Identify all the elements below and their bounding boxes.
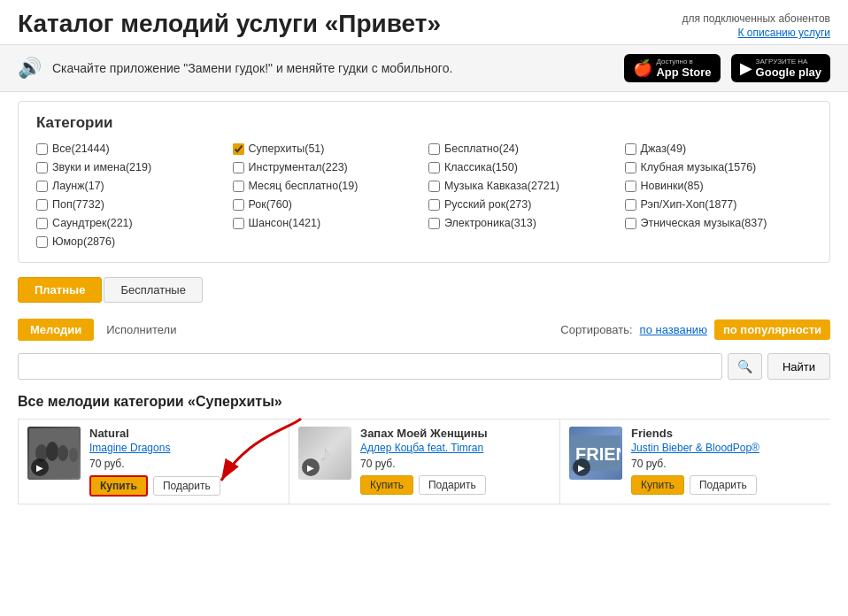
song-card-zapah: ♪ ▶ Запах Моей Женщины Адлер Коцба feat.…: [289, 419, 559, 504]
search-input[interactable]: [18, 353, 722, 380]
appstore-badge[interactable]: 🍎 Доступно в App Store: [624, 54, 720, 82]
banner-text: Скачайте приложение "Замени гудок!" и ме…: [52, 61, 613, 75]
svg-point-2: [46, 442, 58, 461]
category-item-soundtrack[interactable]: Саундтрек(221): [36, 215, 224, 231]
category-label-rock: Рок(760): [249, 198, 292, 211]
category-checkbox-rap[interactable]: [625, 199, 636, 211]
play-button-zapah[interactable]: ▶: [302, 458, 320, 476]
categories-section: Категории Все(21444) Суперхиты(51) Беспл…: [18, 101, 830, 263]
category-checkbox-all[interactable]: [36, 143, 48, 155]
buy-button-zapah[interactable]: Купить: [360, 475, 413, 495]
category-label-caucasus: Музыка Кавказа(2721): [444, 180, 559, 192]
sort-by-name-button[interactable]: по названию: [640, 323, 707, 336]
song-thumbnail-friends: FRIENDS ▶: [569, 427, 622, 480]
categories-title: Категории: [36, 114, 812, 132]
category-checkbox-caucasus[interactable]: [428, 181, 440, 192]
song-card-friends: FRIENDS ▶ Friends Justin Bieber & BloodP…: [559, 419, 830, 504]
category-checkbox-electronic[interactable]: [428, 218, 440, 229]
category-label-ethnic: Этническая музыка(837): [641, 217, 767, 229]
search-button[interactable]: Найти: [767, 353, 830, 380]
category-item-lounge[interactable]: Лаунж(17): [36, 178, 224, 194]
song-price-natural: 70 руб.: [89, 458, 280, 470]
svg-point-3: [58, 445, 68, 461]
sort-section: Мелодии Исполнители Сортировать: по назв…: [0, 312, 848, 348]
song-title-friends: Friends: [631, 427, 821, 440]
category-item-monthfree[interactable]: Месяц бесплатно(19): [233, 178, 420, 194]
category-checkbox-monthfree[interactable]: [233, 181, 244, 192]
sort-controls: Сортировать: по названию по популярности: [560, 320, 830, 340]
category-label-chanson: Шансон(1421): [249, 217, 321, 229]
category-label-monthfree: Месяц бесплатно(19): [249, 180, 358, 192]
category-item-pop[interactable]: Поп(7732): [36, 196, 224, 212]
category-checkbox-rusrock[interactable]: [428, 199, 440, 211]
gift-button-natural[interactable]: Подарить: [153, 476, 220, 496]
category-checkbox-lounge[interactable]: [36, 181, 48, 192]
category-label-club: Клубная музыка(1576): [641, 161, 757, 173]
category-checkbox-rock[interactable]: [233, 199, 244, 211]
song-artist-natural[interactable]: Imagine Dragons: [89, 442, 280, 454]
category-checkbox-instrumental[interactable]: [233, 162, 244, 173]
svg-point-4: [69, 448, 78, 462]
category-checkbox-new[interactable]: [625, 181, 636, 192]
category-label-jazz: Джаз(49): [641, 142, 687, 155]
speaker-icon: 🔊: [18, 57, 42, 80]
category-checkbox-club[interactable]: [625, 162, 636, 173]
apple-icon: 🍎: [633, 58, 652, 78]
page-header: Каталог мелодий услуги «Привет» для подк…: [0, 0, 848, 44]
payment-tabs: Платные Бесплатные: [0, 272, 848, 312]
category-item-classic[interactable]: Классика(150): [428, 159, 616, 175]
tab-free[interactable]: Бесплатные: [104, 277, 203, 303]
play-button-natural[interactable]: ▶: [31, 458, 49, 476]
gift-button-friends[interactable]: Подарить: [690, 475, 757, 495]
buy-button-friends[interactable]: Купить: [631, 475, 684, 495]
category-checkbox-sounds[interactable]: [36, 162, 48, 173]
category-item-new[interactable]: Новинки(85): [625, 178, 813, 194]
category-item-superhits[interactable]: Суперхиты(51): [233, 141, 420, 157]
song-artist-friends[interactable]: Justin Bieber & BloodPop®: [631, 442, 821, 454]
category-item-chanson[interactable]: Шансон(1421): [233, 215, 420, 231]
googleplay-badge[interactable]: ▶ ЗАГРУЗИТЕ НА Google play: [731, 54, 830, 82]
category-item-free[interactable]: Бесплатно(24): [428, 141, 616, 157]
song-info-friends: Friends Justin Bieber & BloodPop® 70 руб…: [631, 427, 821, 495]
category-item-instrumental[interactable]: Инструментал(223): [233, 159, 420, 175]
category-checkbox-superhits[interactable]: [233, 143, 244, 155]
category-item-electronic[interactable]: Электроника(313): [428, 215, 616, 231]
category-item-club[interactable]: Клубная музыка(1576): [625, 159, 813, 175]
category-checkbox-jazz[interactable]: [625, 143, 636, 155]
category-item[interactable]: Все(21444): [36, 141, 224, 157]
category-item-rusrock[interactable]: Русский рок(273): [428, 196, 616, 212]
category-checkbox-pop[interactable]: [36, 199, 48, 211]
category-label-pop: Поп(7732): [52, 198, 104, 211]
gift-button-zapah[interactable]: Подарить: [419, 475, 486, 495]
category-item-ethnic[interactable]: Этническая музыка(837): [625, 215, 813, 231]
category-item-rap[interactable]: Рэп/Хип-Хоп(1877): [625, 196, 813, 212]
category-label-electronic: Электроника(313): [444, 217, 536, 229]
category-checkbox-humor[interactable]: [36, 236, 48, 248]
category-label-humor: Юмор(2876): [52, 235, 115, 248]
category-label-classic: Классика(150): [444, 161, 518, 173]
category-checkbox-free[interactable]: [428, 143, 440, 155]
buy-button-natural[interactable]: Купить: [89, 475, 148, 497]
googleplay-label: ЗАГРУЗИТЕ НА Google play: [756, 58, 821, 79]
song-card-natural: ▶ Natural Imagine Dragons 70 руб. Купить…: [18, 419, 289, 504]
category-checkbox-ethnic[interactable]: [625, 218, 636, 229]
category-item-humor[interactable]: Юмор(2876): [36, 234, 224, 250]
song-actions-friends: Купить Подарить: [631, 475, 821, 495]
tab-artists[interactable]: Исполнители: [94, 319, 189, 341]
category-item-rock[interactable]: Рок(760): [233, 196, 420, 212]
tab-melodies[interactable]: Мелодии: [18, 319, 94, 341]
app-download-banner: 🔊 Скачайте приложение "Замени гудок!" и …: [0, 44, 848, 92]
sort-by-popularity-button[interactable]: по популярности: [714, 320, 830, 340]
category-checkbox-chanson[interactable]: [233, 218, 244, 229]
song-artist-zapah[interactable]: Адлер Коцба feat. Timran: [360, 442, 551, 454]
category-item-jazz[interactable]: Джаз(49): [625, 141, 813, 157]
section-title: Все мелодии категории «Суперхиты»: [0, 389, 848, 419]
category-item-caucasus[interactable]: Музыка Кавказа(2721): [428, 178, 616, 194]
category-checkbox-soundtrack[interactable]: [36, 218, 48, 229]
play-button-friends[interactable]: ▶: [573, 458, 590, 476]
tab-paid[interactable]: Платные: [18, 277, 102, 303]
search-icon-button[interactable]: 🔍: [728, 353, 762, 380]
service-link[interactable]: К описанию услуги: [682, 27, 830, 39]
category-checkbox-classic[interactable]: [428, 162, 440, 173]
category-item-sounds[interactable]: Звуки и имена(219): [36, 159, 224, 175]
